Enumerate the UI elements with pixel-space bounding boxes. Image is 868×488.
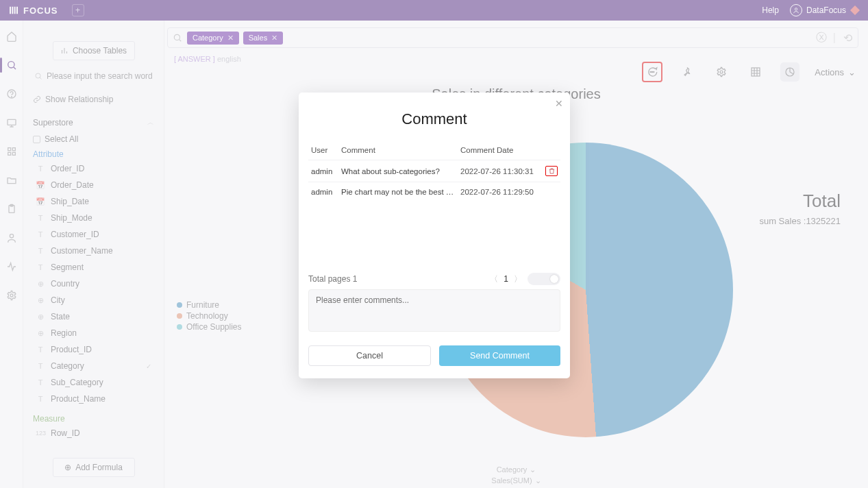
delete-comment-icon[interactable]	[545, 166, 558, 176]
comment-table: User Comment Comment Date admin What abo…	[308, 141, 560, 202]
field-row[interactable]: TSub_Category	[29, 374, 158, 391]
field-label: Segment	[51, 263, 84, 272]
svg-point-13	[36, 73, 40, 78]
chevron-down-icon: ⌄	[848, 67, 856, 77]
remove-icon[interactable]: ✕	[227, 34, 234, 42]
legend-item[interactable]: Office Supplies	[186, 322, 242, 332]
col-date: Comment Date	[460, 146, 545, 154]
footer-dimension[interactable]: Category ⌄	[497, 464, 536, 475]
select-all-row[interactable]: Select All	[29, 132, 158, 147]
type-icon: T	[36, 263, 45, 271]
rail-help-icon[interactable]	[5, 88, 18, 100]
choose-tables-button[interactable]: Choose Tables	[53, 41, 135, 60]
help-link[interactable]: Help	[762, 5, 779, 15]
rail-home-icon[interactable]	[5, 30, 18, 42]
field-label: Category	[51, 361, 84, 371]
remove-icon[interactable]: ✕	[271, 34, 277, 42]
field-row[interactable]: TOrder_ID	[29, 160, 158, 177]
svg-point-11	[10, 234, 13, 238]
pin-button[interactable]	[678, 62, 697, 82]
chevron-down-icon: ⌄	[535, 475, 541, 486]
rail-present-icon[interactable]	[5, 117, 18, 129]
query-bar[interactable]: Category✕ Sales✕ ⓧ | ⟲	[167, 27, 858, 48]
field-row[interactable]: TProduct_ID	[29, 341, 158, 358]
legend-item[interactable]: Furniture	[186, 300, 219, 310]
page-toggle[interactable]	[528, 273, 560, 285]
svg-point-17	[654, 71, 654, 72]
comment-modal: ✕ Comment User Comment Comment Date admi…	[299, 93, 570, 378]
attribute-section-label: Attribute	[29, 147, 158, 160]
left-rail	[0, 21, 23, 488]
field-label: Customer_Name	[51, 246, 113, 256]
new-tab-button[interactable]: +	[72, 4, 84, 16]
field-label: Order_Date	[51, 180, 94, 190]
type-icon: 📅	[36, 197, 45, 206]
link-icon	[33, 95, 41, 103]
field-row[interactable]: TCategory✓	[29, 358, 158, 374]
field-row[interactable]: TSegment	[29, 259, 158, 276]
send-comment-button[interactable]: Send Comment	[439, 345, 560, 366]
field-row[interactable]: 123Row_ID	[29, 425, 158, 441]
rail-grid-icon[interactable]	[5, 145, 18, 158]
field-row[interactable]: 📅Ship_Date	[29, 193, 158, 210]
cell-user: admin	[311, 167, 341, 175]
prev-page-icon[interactable]: 〈	[490, 273, 498, 285]
field-label: City	[51, 295, 65, 305]
close-icon[interactable]: ✕	[555, 98, 563, 109]
total-label: Total	[759, 191, 841, 212]
field-row[interactable]: TCustomer_Name	[29, 243, 158, 259]
type-icon: ⊕	[36, 329, 45, 338]
cell-comment: What about sub-categories?	[341, 167, 460, 175]
field-label: Ship_Date	[51, 197, 89, 206]
comment-button[interactable]	[642, 62, 662, 82]
settings-button[interactable]	[712, 62, 731, 82]
svg-point-1	[8, 62, 14, 68]
rail-settings-icon[interactable]	[5, 289, 18, 302]
type-icon: T	[36, 395, 45, 403]
query-pill-category[interactable]: Category✕	[187, 32, 239, 45]
rail-user-icon[interactable]	[5, 232, 18, 244]
field-row[interactable]: ⊕State	[29, 308, 158, 325]
field-row[interactable]: ⊕Country	[29, 276, 158, 292]
legend-item[interactable]: Technology	[186, 311, 228, 321]
table-row: admin Pie chart may not be the best grap…	[308, 182, 560, 202]
col-user: User	[311, 146, 341, 154]
add-formula-button[interactable]: ⊕ Add Formula	[53, 458, 135, 477]
query-pill-sales[interactable]: Sales✕	[243, 32, 284, 45]
type-icon: ⊕	[36, 280, 45, 289]
field-search[interactable]	[29, 67, 158, 85]
datasource-row[interactable]: Superstore ︿	[29, 114, 158, 132]
clear-query-icon[interactable]: ⓧ	[815, 32, 828, 44]
field-row[interactable]: ⊕City	[29, 292, 158, 308]
field-row[interactable]: TCustomer_ID	[29, 226, 158, 243]
cancel-button[interactable]: Cancel	[308, 345, 431, 366]
svg-rect-7	[8, 152, 10, 155]
field-label: Product_Name	[51, 394, 106, 404]
field-row[interactable]: 📅Order_Date	[29, 177, 158, 193]
show-relationship-toggle[interactable]: Show Relationship	[29, 85, 158, 114]
field-search-input[interactable]	[47, 71, 153, 81]
table-view-button[interactable]	[746, 62, 765, 82]
actions-menu[interactable]: Actions⌄	[815, 67, 856, 77]
rail-activity-icon[interactable]	[5, 260, 18, 273]
footer-measure[interactable]: Sales(SUM) ⌄	[491, 475, 541, 486]
total-pages-label: Total pages 1	[308, 274, 357, 284]
field-row[interactable]: ⊕Region	[29, 325, 158, 341]
user-menu[interactable]: DataFocus	[790, 4, 860, 16]
svg-point-18	[720, 71, 723, 73]
comment-input[interactable]	[308, 289, 560, 332]
rail-clipboard-icon[interactable]	[5, 203, 18, 215]
field-row[interactable]: TShip_Mode	[29, 210, 158, 226]
svg-point-0	[795, 8, 797, 10]
type-icon: ⊕	[36, 296, 45, 305]
viz-toolbar: Actions⌄	[642, 62, 856, 82]
rail-search-icon[interactable]	[5, 59, 18, 71]
chart-type-button[interactable]	[780, 62, 799, 82]
rail-folder-icon[interactable]	[5, 174, 18, 186]
type-icon: T	[36, 345, 45, 354]
next-page-icon[interactable]: 〉	[514, 273, 522, 285]
refresh-icon[interactable]: ⟲	[841, 32, 854, 44]
checkbox-icon[interactable]	[33, 136, 40, 143]
field-label: Order_ID	[51, 164, 84, 173]
field-row[interactable]: TProduct_Name	[29, 391, 158, 407]
